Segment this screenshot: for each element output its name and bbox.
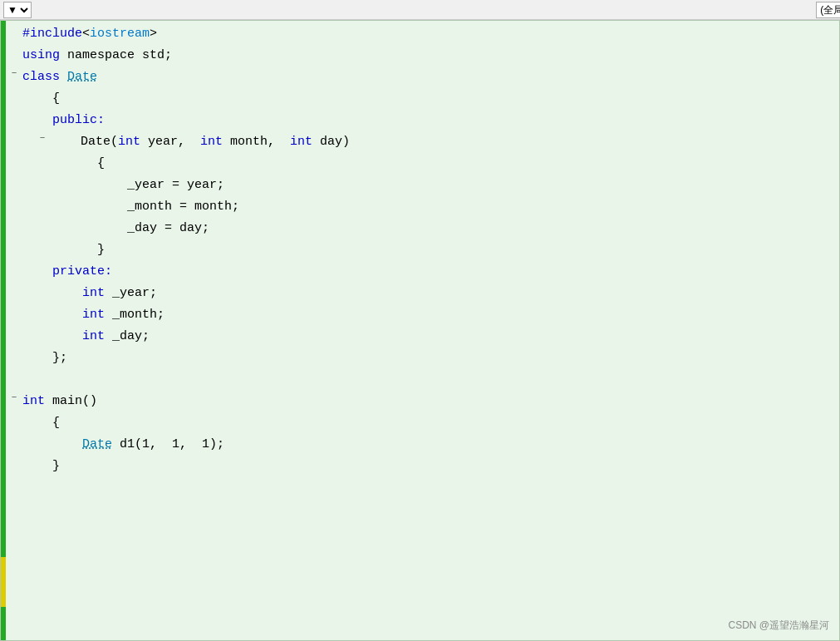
code-line-2: using namespace std;	[7, 46, 833, 67]
code-line-7: {	[7, 154, 833, 175]
code-line-4: {	[7, 89, 833, 111]
scope-dropdown-1[interactable]: ▼	[3, 2, 32, 18]
token-iostream: iostream	[90, 24, 150, 44]
code-line-10: _day = day;	[7, 219, 833, 240]
code-line-12: private:	[7, 262, 833, 284]
watermark: CSDN @遥望浩瀚星河	[728, 618, 829, 634]
code-line-11: }	[7, 240, 833, 262]
token-include: #include	[22, 24, 82, 44]
code-line-19: {	[7, 413, 833, 435]
scope-separator	[35, 4, 813, 16]
code-content-area[interactable]: #include<iostream> using namespace std; …	[1, 21, 839, 640]
code-line-14: int _month;	[7, 305, 833, 327]
code-line-18: − int main()	[7, 392, 833, 413]
top-bar: ▼ (全局范围)	[0, 0, 840, 20]
code-line-15: int _day;	[7, 327, 833, 348]
code-line-9: _month = month;	[7, 197, 833, 219]
fold-icon-main[interactable]: −	[7, 392, 21, 405]
code-line-17	[7, 370, 833, 392]
fold-icon-class[interactable]: −	[7, 67, 21, 81]
code-line-5: public:	[7, 111, 833, 132]
scope-dropdown-2[interactable]: (全局范围)	[816, 2, 840, 18]
fold-icon-date-ctor[interactable]: −	[36, 132, 49, 145]
code-line-6: − Date(int year, int month, int day)	[7, 132, 833, 154]
code-line-1: #include<iostream>	[7, 24, 833, 46]
code-line-3: − class Date	[7, 67, 833, 89]
code-line-13: int _year;	[7, 284, 833, 305]
code-line-8: _year = year;	[7, 175, 833, 197]
code-line-21: }	[7, 456, 833, 478]
code-editor: #include<iostream> using namespace std; …	[0, 20, 840, 641]
code-line-16: };	[7, 348, 833, 370]
code-line-20: Date d1(1, 1, 1);	[7, 435, 833, 456]
